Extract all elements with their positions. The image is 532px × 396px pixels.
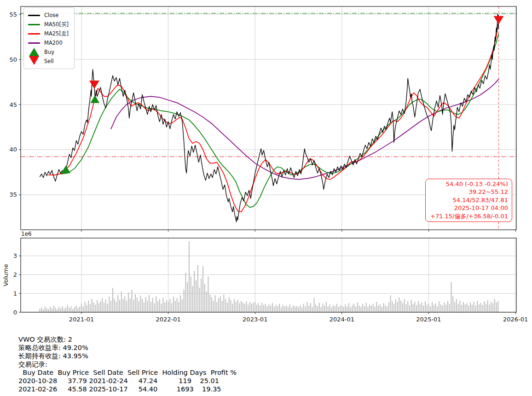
trade-table-row: 2021-02-26 45.58 2025-10-17 54.40 1693 1… <box>18 385 237 393</box>
legend-label: MA25[卖] <box>44 30 69 37</box>
axes-spines <box>21 6 516 312</box>
x-tick-label: 2026-01 <box>503 316 528 323</box>
y-tick-label: 50 <box>9 56 17 63</box>
legend-item-buy: Buy <box>28 47 69 57</box>
y-tick-label: 45 <box>9 101 17 108</box>
x-tick-label: 2025-01 <box>416 316 441 323</box>
info-line-3: 54.14/52.83/47.81 <box>430 196 508 204</box>
x-tick-label: 2024-01 <box>330 316 354 323</box>
line-swatch-icon <box>28 15 40 16</box>
y-tick-label: 40 <box>9 146 17 153</box>
gridlines <box>21 6 516 312</box>
volume-tick-label: 3 <box>13 252 17 259</box>
volume-tick-label: 1 <box>13 290 17 297</box>
info-line-2: 39.22~55.12 <box>430 188 508 196</box>
hold-return-line: 长期持有收益: 43.95% <box>18 352 237 360</box>
line-swatch-icon <box>28 42 40 44</box>
legend-label: Sell <box>44 58 54 64</box>
volume-scale-label: 1e6 <box>21 231 32 237</box>
trade-table-row: 2020-10-28 37.79 2021-02-24 47.24 119 25… <box>18 377 237 385</box>
volume-axis-label: Volume <box>2 264 9 286</box>
line-swatch-icon <box>28 33 40 35</box>
legend-item-ma25: MA25[卖] <box>28 29 69 38</box>
line-swatch-icon <box>28 24 40 25</box>
legend-item-ma200: MA200 <box>28 38 69 47</box>
sell-marker <box>494 16 504 24</box>
strategy-return-line: 策略总收益率: 49.20% <box>18 344 237 352</box>
info-line-5: +71.15/偏多/+36.58/-0.01 <box>430 212 508 220</box>
legend-label: Buy <box>44 49 54 55</box>
volume-tick-label: 0 <box>13 309 17 316</box>
stock-chart-page: 354045505501232021-012022-012023-012024-… <box>0 0 532 396</box>
axis-labels: 354045505501232021-012022-012023-012024-… <box>2 11 528 323</box>
trade-log-title: 交易记录: <box>18 360 237 368</box>
triangle-up-icon <box>28 48 40 56</box>
volume-tick-label: 2 <box>13 271 17 278</box>
x-tick-label: 2023-01 <box>243 316 267 323</box>
trade-table-header: Buy Date Buy Price Sell Date Sell Price … <box>18 368 237 377</box>
legend-label: Close <box>44 12 58 18</box>
ma200-line <box>111 79 498 180</box>
x-tick-label: 2022-01 <box>156 316 180 323</box>
plot-canvas: 354045505501232021-012022-012023-012024-… <box>0 0 532 327</box>
summary-block: VWO 交易次数: 2 策略总收益率: 49.20% 长期持有收益: 43.95… <box>18 335 237 393</box>
legend-label: MA50[买] <box>44 21 69 28</box>
x-tick-label: 2021-01 <box>69 316 94 323</box>
legend: CloseMA50[买]MA25[卖]MA200BuySell <box>23 7 75 69</box>
y-tick-label: 55 <box>9 11 17 18</box>
trade-count-line: VWO 交易次数: 2 <box>18 335 237 344</box>
trade-table: Buy Date Buy Price Sell Date Sell Price … <box>18 368 237 393</box>
sell-marker <box>89 81 99 89</box>
info-line-1: 54.40 (-0.13 -0.24%) <box>430 180 508 188</box>
legend-item-ma50: MA50[买] <box>28 20 69 29</box>
price-info-box: 54.40 (-0.13 -0.24%)39.22~55.1254.14/52.… <box>425 179 512 222</box>
triangle-down-icon <box>28 58 40 65</box>
volume-bars <box>40 241 498 312</box>
info-line-4: 2025-10-17 04:00 <box>430 204 508 212</box>
legend-label: MA200 <box>44 40 63 46</box>
legend-item-sell: Sell <box>28 57 69 66</box>
legend-item-close: Close <box>28 11 69 20</box>
y-tick-label: 35 <box>9 191 17 198</box>
